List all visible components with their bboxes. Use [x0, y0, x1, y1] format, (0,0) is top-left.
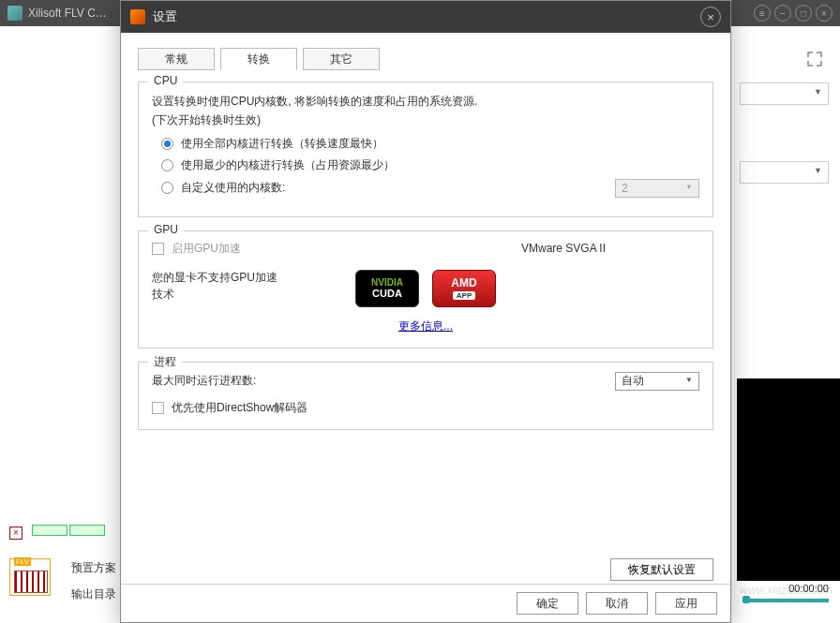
dropdown-2[interactable] — [740, 161, 829, 184]
cpu-option-min[interactable]: 使用最少的内核进行转换（占用资源最少） — [161, 157, 699, 173]
app-title: Xilisoft FLV C… — [28, 7, 107, 20]
settings-dialog: 设置 × 常规 转换 其它 CPU 设置转换时使用CPU内核数, 将影响转换的速… — [120, 0, 731, 623]
gpu-enable-checkbox — [152, 243, 164, 255]
max-process-row: 最大同时运行进程数: 自动 — [152, 372, 699, 391]
cpu-option-all[interactable]: 使用全部内核进行转换（转换速度最快） — [161, 136, 699, 152]
right-dropdowns — [740, 82, 829, 240]
video-preview — [737, 378, 840, 581]
gpu-more-link[interactable]: 更多信息... — [398, 319, 453, 333]
radio-icon[interactable] — [161, 159, 173, 171]
cpu-core-value: 2 — [622, 182, 628, 195]
preset-label: 预置方案 — [71, 560, 116, 576]
minimize-icon[interactable]: − — [774, 5, 791, 22]
dialog-content: CPU 设置转换时使用CPU内核数, 将影响转换的速度和占用的系统资源. (下次… — [121, 70, 730, 430]
cpu-option-min-label: 使用最少的内核进行转换（占用资源最少） — [181, 157, 395, 173]
amd-app-badge: AMD APP — [432, 270, 496, 307]
radio-icon[interactable] — [161, 182, 173, 194]
cpu-option-custom-label: 自定义使用的内核数: — [181, 180, 285, 196]
nvidia-cuda-badge: NVIDIA CUDA — [355, 270, 419, 307]
remove-icon[interactable]: × — [9, 527, 22, 540]
cpu-option-all-label: 使用全部内核进行转换（转换速度最快） — [181, 136, 383, 152]
cancel-button[interactable]: 取消 — [586, 592, 648, 615]
process-fieldset: 进程 最大同时运行进程数: 自动 优先使用DirectShow解码器 — [138, 362, 713, 430]
gpu-badges: NVIDIA CUDA AMD APP — [355, 270, 496, 307]
dialog-close-icon[interactable]: × — [700, 7, 721, 27]
max-process-value: 自动 — [622, 373, 644, 389]
restore-defaults-button[interactable]: 恢复默认设置 — [610, 558, 713, 581]
window-controls: ≡ − □ × — [754, 5, 832, 22]
close-icon[interactable]: × — [816, 5, 832, 22]
cpu-core-select: 2 — [615, 179, 699, 198]
gpu-enable-row: 启用GPU加速 VMware SVGA II — [152, 241, 699, 257]
timeline-mini[interactable] — [32, 523, 107, 540]
radio-icon[interactable] — [161, 138, 173, 150]
gpu-mid-row: 您的显卡不支持GPU加速技术 NVIDIA CUDA AMD APP — [152, 257, 699, 315]
cpu-legend: CPU — [148, 74, 183, 87]
dropdown-1[interactable] — [740, 82, 829, 105]
dialog-titlebar: 设置 × — [121, 1, 730, 33]
bottom-left-panel: × — [9, 523, 107, 596]
video-slider[interactable] — [742, 598, 829, 603]
app-icon — [8, 6, 22, 21]
flv-icon[interactable] — [9, 558, 51, 596]
gpu-more-link-row: 更多信息... — [152, 319, 699, 334]
gpu-enable-label: 启用GPU加速 — [172, 241, 241, 257]
dialog-footer: 确定 取消 应用 — [121, 584, 730, 622]
max-process-label: 最大同时运行进程数: — [152, 373, 256, 389]
cpu-fieldset: CPU 设置转换时使用CPU内核数, 将影响转换的速度和占用的系统资源. (下次… — [138, 82, 713, 217]
cpu-note: (下次开始转换时生效) — [152, 112, 699, 128]
output-label: 输出目录 — [71, 586, 116, 602]
maximize-icon[interactable]: □ — [795, 5, 812, 22]
cpu-option-custom[interactable]: 自定义使用的内核数: 2 — [161, 179, 699, 198]
directshow-label: 优先使用DirectShow解码器 — [172, 400, 308, 416]
max-process-select[interactable]: 自动 — [615, 372, 699, 391]
tab-other[interactable]: 其它 — [303, 48, 380, 70]
dialog-title: 设置 — [153, 8, 177, 25]
apply-button[interactable]: 应用 — [655, 592, 717, 615]
gpu-unsupported-note: 您的显卡不支持GPU加速技术 — [152, 269, 283, 303]
watermark: www.xiazaiba.com — [740, 584, 832, 597]
restore-row: 恢复默认设置 — [610, 558, 713, 581]
tabs: 常规 转换 其它 — [138, 48, 730, 70]
directshow-checkbox[interactable] — [152, 402, 164, 414]
gpu-device-name: VMware SVGA II — [521, 242, 606, 255]
process-legend: 进程 — [148, 354, 182, 370]
tab-convert[interactable]: 转换 — [220, 48, 297, 70]
gpu-fieldset: GPU 启用GPU加速 VMware SVGA II 您的显卡不支持GPU加速技… — [138, 230, 713, 349]
directshow-row[interactable]: 优先使用DirectShow解码器 — [152, 400, 699, 416]
ok-button[interactable]: 确定 — [517, 592, 578, 615]
settings-icon — [130, 9, 145, 24]
menu-icon[interactable]: ≡ — [754, 5, 771, 22]
cpu-desc: 设置转换时使用CPU内核数, 将影响转换的速度和占用的系统资源. — [152, 92, 699, 112]
gpu-legend: GPU — [148, 223, 184, 236]
tab-general[interactable]: 常规 — [138, 48, 215, 70]
expand-icon[interactable] — [806, 51, 823, 67]
